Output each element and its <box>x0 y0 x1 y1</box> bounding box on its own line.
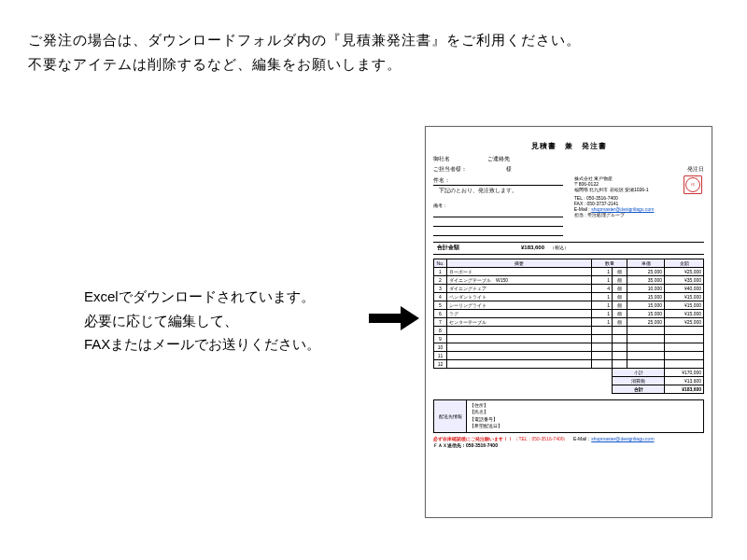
cell-price <box>627 359 665 368</box>
cell-no: 7 <box>434 317 447 326</box>
cell-amount <box>665 351 704 359</box>
instruction-line1: ご発注の場合は、ダウンロードフォルダ内の『見積兼発注書』をご利用ください。 <box>28 28 581 52</box>
cell-price <box>627 326 665 334</box>
cell-amount: ¥15,000 <box>665 309 704 317</box>
footer-mail-l: E-Mail： <box>573 436 591 441</box>
cell-no: 5 <box>434 301 447 309</box>
subtotal-label: 小計 <box>613 368 665 376</box>
total-row: 合計 ¥183,600 <box>434 385 704 393</box>
contact-label: ご連絡先 <box>487 156 510 162</box>
footer-tel-l: （TEL： <box>514 436 531 441</box>
doc-title: 見積書 兼 発注書 <box>433 142 704 150</box>
cell-qty: 1 <box>592 292 613 301</box>
table-row: 7センターテーブル1個25,000¥25,000 <box>434 317 704 326</box>
cell-name <box>447 343 592 351</box>
table-row: 1ローボード1個25,000¥25,000 <box>434 267 704 275</box>
cell-amount <box>665 326 704 334</box>
cell-amount: ¥15,000 <box>665 292 704 301</box>
cell-no: 6 <box>434 309 447 317</box>
cell-name <box>447 359 592 368</box>
grand-total-value: ¥183,600 <box>488 245 544 251</box>
cell-amount: ¥25,000 <box>665 267 704 275</box>
cell-name <box>447 334 592 343</box>
grand-total-tax: （税込） <box>544 245 569 251</box>
cell-name: ダイニングチェア <box>447 284 592 292</box>
cell-unit: 個 <box>613 292 627 301</box>
delivery-label: 配送先情報 <box>434 400 467 432</box>
cell-qty: 1 <box>592 317 613 326</box>
table-row: 10 <box>434 343 704 351</box>
subtotal-value: ¥170,000 <box>665 368 704 376</box>
instruction-text: ご発注の場合は、ダウンロードフォルダ内の『見積兼発注書』をご利用ください。 不要… <box>28 28 581 76</box>
cell-unit <box>613 351 627 359</box>
cell-qty <box>592 334 613 343</box>
cell-no: 11 <box>434 351 447 359</box>
cell-price: 25,000 <box>627 317 665 326</box>
cell-price: 15,000 <box>627 309 665 317</box>
delivery-info-box: 配送先情報 【住所】 【氏名】 【電話番号】 【希望配送日】 <box>433 399 704 433</box>
arrow-icon <box>369 308 420 329</box>
company-label: 御社名 <box>433 156 450 162</box>
hanko-stamp-icon: 印 <box>684 175 702 194</box>
table-row: 11 <box>434 351 704 359</box>
cell-no: 8 <box>434 326 447 334</box>
cell-name: センターテーブル <box>447 317 592 326</box>
callout-line3: FAXまたはメールでお送りください。 <box>84 332 320 357</box>
cell-amount: ¥35,000 <box>665 275 704 284</box>
footer-warn: 必ず在庫確認後にご発注願います！！ <box>433 436 513 441</box>
footer-fax-l: ＦＡＸ送信先： <box>433 442 466 448</box>
table-row: 4ペンダントライト1個15,000¥15,000 <box>434 292 704 301</box>
cell-unit: 個 <box>613 301 627 309</box>
callout-line2: 必要に応じて編集して、 <box>84 309 320 333</box>
tax-row: 消費税 ¥13,600 <box>434 376 704 385</box>
cell-amount <box>665 334 704 343</box>
grand-total-row: 合計金額 ¥183,600 （税込） <box>433 242 704 254</box>
delivery-name: 【氏名】 <box>470 409 700 416</box>
cell-qty <box>592 359 613 368</box>
cell-amount: ¥15,000 <box>665 301 704 309</box>
cell-amount: ¥25,000 <box>665 317 704 326</box>
cell-unit <box>613 343 627 351</box>
person-label: ご担当者様： <box>433 166 467 172</box>
th-no: No. <box>434 259 447 267</box>
footer-note: 必ず在庫確認後にご発注願います！！ （TEL：050-3516-7400） E-… <box>433 436 704 450</box>
th-price: 単価 <box>627 259 665 267</box>
delivery-addr: 【住所】 <box>470 402 700 410</box>
table-header-row: No. 摘要 数量 単価 金額 <box>434 259 704 267</box>
cell-name: ローボード <box>447 267 592 275</box>
footer-tel-r: ） <box>563 436 568 441</box>
instruction-line2: 不要なアイテムは削除するなど、編集をお願いします。 <box>28 52 581 77</box>
footer-fax: 050-3516-7400 <box>466 442 498 448</box>
cell-price <box>627 334 665 343</box>
supplier-group-label: 担当 : <box>574 212 586 217</box>
cell-unit: 個 <box>613 309 627 317</box>
cell-no: 2 <box>434 275 447 284</box>
supplier-group: 受注処理グループ <box>587 212 625 217</box>
cell-qty <box>592 326 613 334</box>
order-date-label: 発注日 <box>687 166 704 173</box>
cell-price <box>627 351 665 359</box>
cell-no: 4 <box>434 292 447 301</box>
cell-unit <box>613 326 627 334</box>
cell-name: ラグ <box>447 309 592 317</box>
cell-unit: 個 <box>613 275 627 284</box>
tax-label: 消費税 <box>613 376 665 385</box>
footer-mail-link[interactable]: shopmaster@designliagu.com <box>591 436 654 441</box>
tax-value: ¥13,600 <box>665 376 704 385</box>
table-row: 9 <box>434 334 704 343</box>
cell-qty <box>592 351 613 359</box>
cell-price: 10,000 <box>627 284 665 292</box>
cell-qty <box>592 343 613 351</box>
total-label: 合計 <box>613 385 665 393</box>
cell-price: 25,000 <box>627 267 665 275</box>
cell-name <box>447 326 592 334</box>
cell-no: 1 <box>434 267 447 275</box>
cell-price <box>627 343 665 351</box>
subtotal-row: 小計 ¥170,000 <box>434 368 704 376</box>
subject-label: 件名： <box>433 177 450 183</box>
table-row: 3ダイニングチェア4個10,000¥40,000 <box>434 284 704 292</box>
cell-price: 15,000 <box>627 301 665 309</box>
th-qty: 数量 <box>592 259 627 267</box>
cell-amount <box>665 359 704 368</box>
cell-name: シーリングライト <box>447 301 592 309</box>
